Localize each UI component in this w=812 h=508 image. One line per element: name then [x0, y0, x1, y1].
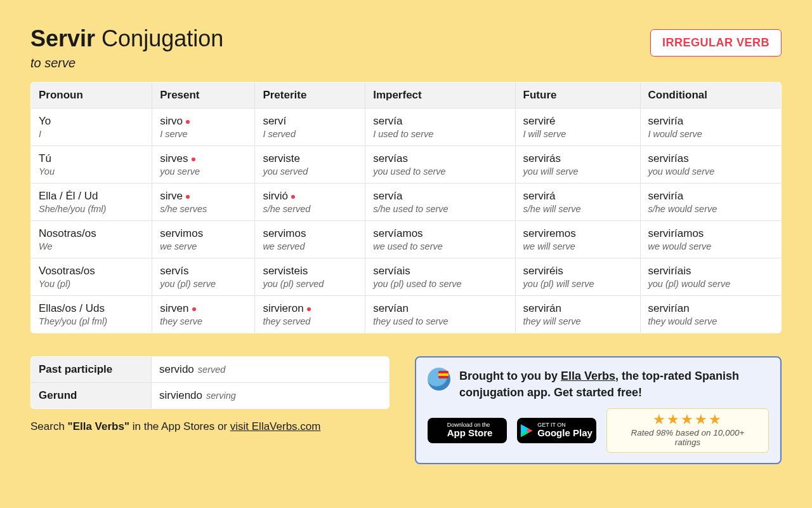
search-quote: "Ella Verbs" — [68, 420, 129, 432]
column-header: Present — [152, 83, 255, 109]
app-store-button[interactable]: Download on the App Store — [428, 418, 507, 443]
conjugation-cell: serviríamoswe would serve — [640, 221, 782, 258]
rating-text: Rated 98% based on 10,000+ ratings — [619, 428, 757, 447]
conjugation-cell: serviríaisyou (pl) would serve — [640, 258, 782, 296]
column-header: Pronoun — [31, 83, 152, 109]
column-header: Conditional — [640, 83, 782, 109]
conjugation-cell: serviríasyou would serve — [640, 146, 782, 184]
play-icon — [521, 424, 532, 437]
conjugation-cell: serviránthey will serve — [515, 296, 640, 333]
form-value: servidoserved — [152, 357, 390, 383]
search-mid: in the App Stores or — [129, 420, 230, 432]
pronoun-cell: Nosotras/osWe — [31, 221, 152, 258]
table-row: Vosotras/osYou (pl)servísyou (pl) serves… — [31, 258, 782, 296]
column-header: Future — [515, 83, 640, 109]
star-icon: ★★★★★ — [619, 413, 757, 427]
conjugation-cell: serviremoswe will serve — [515, 221, 640, 258]
conjugation-cell: servías/he used to serve — [365, 184, 515, 221]
verb-translation: to serve — [30, 56, 223, 70]
search-line: Search "Ella Verbs" in the App Stores or… — [30, 420, 390, 433]
irregular-dot-icon — [307, 307, 311, 311]
table-row: Nosotras/osWeservimoswe serveservimoswe … — [31, 221, 782, 258]
column-header: Preterite — [255, 83, 365, 109]
conjugation-cell: servíI served — [255, 109, 365, 146]
table-row: YoIsirvoI serveservíI servedservíaI used… — [31, 109, 782, 146]
rating-box: ★★★★★ Rated 98% based on 10,000+ ratings — [606, 408, 769, 453]
table-row: Past participleservidoserved — [31, 357, 390, 383]
conjugation-cell: sirves/he serves — [152, 184, 255, 221]
conjugation-cell: servirías/he would serve — [640, 184, 782, 221]
conjugation-cell: servíaI used to serve — [365, 109, 515, 146]
pronoun-cell: Ella / Él / UdShe/he/you (fml) — [31, 184, 152, 221]
visit-link[interactable]: visit EllaVerbs.com — [230, 420, 321, 432]
form-label: Gerund — [31, 383, 152, 409]
pronoun-cell: Vosotras/osYou (pl) — [31, 258, 152, 296]
conjugation-cell: sirvieronthey served — [255, 296, 365, 333]
conjugation-cell: serviréI will serve — [515, 109, 640, 146]
irregular-dot-icon — [186, 120, 190, 124]
conjugation-cell: servíanthey used to serve — [365, 296, 515, 333]
conjugation-cell: sirvesyou serve — [152, 146, 255, 184]
conjugation-cell: serviréisyou (pl) will serve — [515, 258, 640, 296]
page-title: Servir Conjugation — [30, 25, 223, 52]
google-play-button[interactable]: GET IT ON Google Play — [517, 418, 596, 443]
irregular-badge: IRREGULAR VERB — [650, 29, 782, 57]
conjugation-cell: servimoswe serve — [152, 221, 255, 258]
conjugation-cell: servíamoswe used to serve — [365, 221, 515, 258]
conjugation-cell: serviríaI would serve — [640, 109, 782, 146]
conjugation-cell: servirásyou will serve — [515, 146, 640, 184]
promo-text: Brought to you by Ella Verbs, the top-ra… — [459, 368, 769, 401]
form-label: Past participle — [31, 357, 152, 383]
conjugation-cell: sirviós/he served — [255, 184, 365, 221]
conjugation-cell: sirventhey serve — [152, 296, 255, 333]
irregular-dot-icon — [186, 195, 190, 199]
form-value: sirviendoserving — [152, 383, 390, 409]
table-row: Ellas/os / UdsThey/you (pl fml)sirventhe… — [31, 296, 782, 333]
pronoun-cell: TúYou — [31, 146, 152, 184]
conjugation-cell: servíaisyou (pl) used to serve — [365, 258, 515, 296]
conjugation-cell: sirvoI serve — [152, 109, 255, 146]
conjugation-cell: servísyou (pl) serve — [152, 258, 255, 296]
irregular-dot-icon — [192, 157, 195, 161]
promo-box: Brought to you by Ella Verbs, the top-ra… — [415, 356, 782, 464]
conjugation-cell: servisteyou served — [255, 146, 365, 184]
forms-table: Past participleservidoservedGerundsirvie… — [30, 356, 390, 409]
irregular-dot-icon — [192, 307, 196, 311]
title-rest: Conjugation — [102, 25, 223, 51]
conjugation-cell: servíasyou used to serve — [365, 146, 515, 184]
conjugation-cell: serviríanthey would serve — [640, 296, 782, 333]
search-prefix: Search — [30, 420, 68, 432]
pronoun-cell: Ellas/os / UdsThey/you (pl fml) — [31, 296, 152, 333]
globe-icon — [428, 368, 450, 391]
table-row: Ella / Él / UdShe/he/you (fml)sirves/he … — [31, 184, 782, 221]
column-header: Imperfect — [365, 83, 515, 109]
title-verb: Servir — [30, 25, 95, 51]
pronoun-cell: YoI — [31, 109, 152, 146]
table-row: TúYousirvesyou serveservisteyou servedse… — [31, 146, 782, 184]
conjugation-table: PronounPresentPreteriteImperfectFutureCo… — [30, 82, 782, 333]
conjugation-cell: servirás/he will serve — [515, 184, 640, 221]
conjugation-cell: servisteisyou (pl) served — [255, 258, 365, 296]
irregular-dot-icon — [291, 195, 295, 199]
table-row: Gerundsirviendoserving — [31, 383, 390, 409]
conjugation-cell: servimoswe served — [255, 221, 365, 258]
ella-verbs-link[interactable]: Ella Verbs — [561, 370, 615, 382]
